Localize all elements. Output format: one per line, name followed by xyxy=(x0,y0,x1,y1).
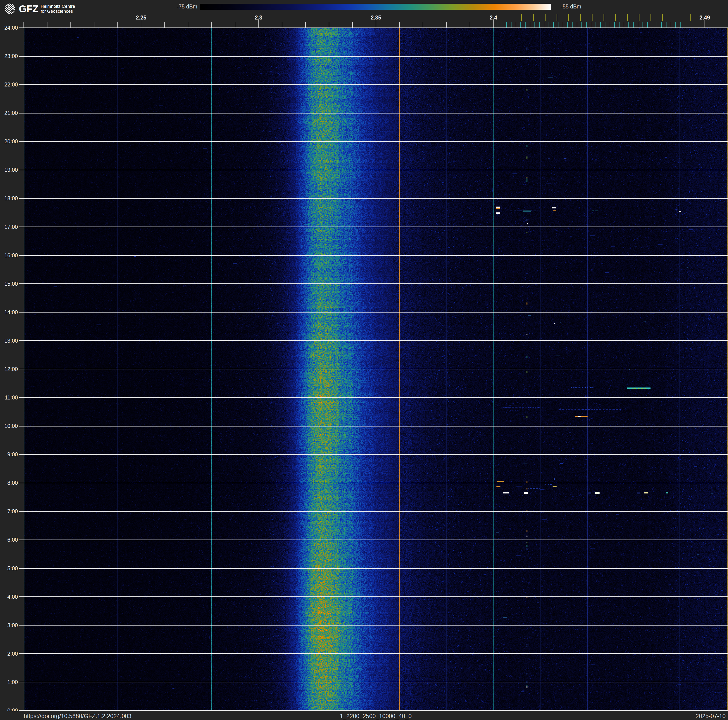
date-label: 2025-07-10 xyxy=(696,713,726,720)
channel-tick-teal xyxy=(577,21,577,28)
hour-label: 20:00 xyxy=(0,138,18,145)
hour-label: 4:00 xyxy=(0,594,18,600)
hour-label: 19:00 xyxy=(0,167,18,173)
hour-gridline xyxy=(19,340,728,341)
hour-gridline xyxy=(19,141,728,142)
channel-tick-yellow xyxy=(627,14,628,21)
hour-label: 5:00 xyxy=(0,565,18,571)
channel-tick-teal xyxy=(544,21,544,28)
channel-tick-teal xyxy=(520,21,521,28)
channel-tick-yellow xyxy=(615,14,616,21)
channel-tick-teal xyxy=(629,21,629,28)
channel-tick-yellow xyxy=(650,14,651,21)
hour-label: 11:00 xyxy=(0,395,18,401)
freq-major-tick xyxy=(141,20,141,28)
hour-gridline xyxy=(19,596,728,597)
hour-label: 7:00 xyxy=(0,508,18,515)
hour-gridline xyxy=(19,397,728,398)
channel-tick-teal xyxy=(624,21,624,28)
hour-label: 10:00 xyxy=(0,423,18,429)
channel-tick-teal xyxy=(600,21,601,28)
channel-tick-yellow xyxy=(662,14,663,21)
hour-gridline xyxy=(19,568,728,569)
channel-tick-teal xyxy=(549,21,549,28)
channel-tick-teal xyxy=(675,21,676,28)
hour-label: 2:00 xyxy=(0,650,18,657)
hour-label: 9:00 xyxy=(0,451,18,458)
channel-tick-yellow xyxy=(604,14,604,21)
freq-minor-tick xyxy=(211,21,212,28)
hour-gridline xyxy=(19,426,728,426)
dataset-filename: 1_2200_2500_10000_40_0 xyxy=(340,713,412,720)
channel-tick-teal xyxy=(652,21,652,28)
channel-tick-yellow xyxy=(580,14,581,21)
freq-minor-tick xyxy=(47,21,47,28)
hour-gridline xyxy=(19,710,728,711)
channel-tick-teal xyxy=(596,21,596,28)
hour-label: 21:00 xyxy=(0,110,18,116)
channel-tick-yellow xyxy=(522,14,522,21)
hour-label: 16:00 xyxy=(0,252,18,259)
hour-gridline xyxy=(19,113,728,113)
freq-tick-label: 2.3 xyxy=(255,15,262,21)
channel-tick-teal xyxy=(563,21,563,28)
freq-minor-tick xyxy=(352,21,353,28)
freq-minor-tick xyxy=(470,21,470,28)
freq-minor-tick xyxy=(423,21,423,28)
hour-label: 14:00 xyxy=(0,309,18,316)
hour-gridline xyxy=(19,84,728,85)
hour-gridline xyxy=(19,198,728,199)
hour-gridline xyxy=(19,539,728,540)
channel-tick-teal xyxy=(516,21,516,28)
channel-tick-teal xyxy=(671,21,671,28)
logo-tagline-line2: for Geosciences xyxy=(41,9,75,14)
hour-gridline xyxy=(19,454,728,455)
doi-link[interactable]: https://doi.org/10.5880/GFZ.1.2.2024.003 xyxy=(24,713,132,720)
hour-label: 23:00 xyxy=(0,53,18,60)
hour-label: 13:00 xyxy=(0,337,18,344)
hour-gridline xyxy=(19,625,728,625)
freq-minor-tick xyxy=(164,21,165,28)
hour-gridline xyxy=(19,255,728,256)
freq-minor-tick xyxy=(305,21,306,28)
hour-label: 22:00 xyxy=(0,81,18,88)
channel-tick-yellow xyxy=(592,14,592,21)
channel-tick-teal xyxy=(586,21,587,28)
channel-tick-teal xyxy=(530,21,530,28)
freq-tick-label: 2.35 xyxy=(371,15,381,21)
freq-major-tick xyxy=(493,20,494,28)
channel-tick-teal xyxy=(619,21,619,28)
hour-label: 3:00 xyxy=(0,622,18,628)
channel-tick-teal xyxy=(525,21,526,28)
hour-gridline xyxy=(19,511,728,512)
channel-tick-teal xyxy=(605,21,606,28)
channel-tick-yellow xyxy=(533,14,534,21)
freq-tick-label: 2.25 xyxy=(136,15,147,21)
freq-minor-tick xyxy=(70,21,71,28)
hour-label: 8:00 xyxy=(0,480,18,486)
freq-tick-label: 2.49 xyxy=(700,15,710,21)
channel-tick-teal xyxy=(581,21,582,28)
hour-gridline xyxy=(19,28,728,28)
hour-gridline xyxy=(19,369,728,369)
channel-tick-teal xyxy=(661,21,662,28)
freq-minor-tick xyxy=(329,21,329,28)
hour-label: 17:00 xyxy=(0,224,18,230)
channel-tick-yellow xyxy=(545,14,546,21)
gfz-globe-icon xyxy=(5,3,15,14)
channel-tick-yellow xyxy=(690,14,691,21)
channel-tick-yellow xyxy=(557,14,557,21)
freq-minor-tick xyxy=(235,21,235,28)
hour-gridline xyxy=(19,227,728,227)
hour-gridline xyxy=(19,312,728,313)
channel-tick-teal xyxy=(657,21,657,28)
freq-minor-tick xyxy=(23,21,24,28)
freq-major-tick xyxy=(705,20,705,28)
freq-minor-tick xyxy=(446,21,447,28)
logo-acronym: GFZ xyxy=(19,3,38,14)
freq-major-tick xyxy=(258,20,259,28)
channel-tick-teal xyxy=(502,21,502,28)
colorbar-gradient xyxy=(200,4,551,10)
channel-tick-teal xyxy=(642,21,643,28)
hour-label: 6:00 xyxy=(0,537,18,543)
